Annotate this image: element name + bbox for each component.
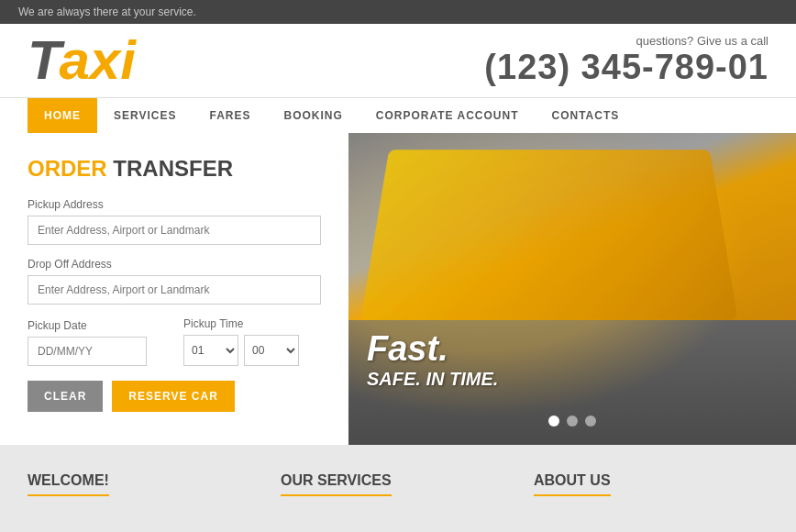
clear-button[interactable]: CLEAR [28,381,103,412]
time-group: Pickup Time 01020304 05060708 00030510 1… [183,317,321,366]
welcome-title: WELCOME! [28,472,109,496]
pickup-input[interactable] [28,216,321,245]
top-bar-text: We are always there at your service. [18,6,196,18]
button-row: CLEAR RESERVE CAR [28,381,321,412]
contact-info: questions? Give us a call (123) 345-789-… [484,34,768,87]
phone-number: (123) 345-789-01 [484,48,768,87]
questions-label: questions? Give us a call [484,34,768,48]
nav-booking[interactable]: BOOKING [267,98,359,133]
date-input[interactable] [28,337,147,366]
nav-corporate[interactable]: CORPORATE ACCOUNT [359,98,536,133]
time-selects: 01020304 05060708 00030510 15202530 [183,335,321,366]
dropoff-label: Drop Off Address [28,258,321,271]
hero-text: Fast. Safe. In Time. [367,329,498,390]
logo-axi: axi [59,29,135,91]
top-bar: We are always there at your service. [0,0,796,24]
taxi-body [360,150,737,319]
main-content: ORDER TRANSFER Pickup Address Drop Off A… [0,133,796,445]
reserve-button[interactable]: RESERVE CAR [112,381,234,412]
about-title: ABOUT US [534,472,611,496]
navigation: HOME SERVICES FARES BOOKING CORPORATE AC… [0,97,796,133]
bottom-section: WELCOME! OUR SERVICES ABOUT US [0,445,796,532]
minute-select[interactable]: 00030510 15202530 [244,335,299,366]
nav-home[interactable]: HOME [28,98,97,133]
hour-select[interactable]: 01020304 05060708 [183,335,238,366]
dropoff-input[interactable] [28,275,321,305]
hero-fast: Fast. [367,329,498,369]
order-panel: ORDER TRANSFER Pickup Address Drop Off A… [0,133,348,445]
date-group: Pickup Date [28,319,165,366]
hero-tagline: Safe. In Time. [367,369,498,390]
dot-3[interactable] [585,416,596,427]
header: Taxi questions? Give us a call (123) 345… [0,24,796,97]
time-label: Pickup Time [183,317,321,330]
hero-panel: Fast. Safe. In Time. [348,133,796,445]
date-time-row: Pickup Date Pickup Time 01020304 0506070… [28,317,321,366]
dot-2[interactable] [567,416,578,427]
order-title: ORDER TRANSFER [28,156,321,182]
services-title: OUR SERVICES [281,472,392,496]
logo: Taxi [28,33,136,88]
transfer-label: TRANSFER [113,156,233,181]
nav-services[interactable]: SERVICES [97,98,193,133]
date-label: Pickup Date [28,319,165,332]
bottom-col-welcome: WELCOME! [28,463,262,515]
logo-t: T [28,29,59,91]
bottom-col-about: ABOUT US [534,463,768,515]
bottom-col-services: OUR SERVICES [281,463,515,515]
nav-fares[interactable]: FARES [193,98,267,133]
dropoff-group: Drop Off Address [28,258,321,305]
hero-dots [548,416,596,427]
pickup-group: Pickup Address [28,198,321,245]
nav-contacts[interactable]: CONTACTS [536,98,636,133]
order-word: ORDER [28,156,107,181]
pickup-label: Pickup Address [28,198,321,211]
dot-1[interactable] [548,416,559,427]
